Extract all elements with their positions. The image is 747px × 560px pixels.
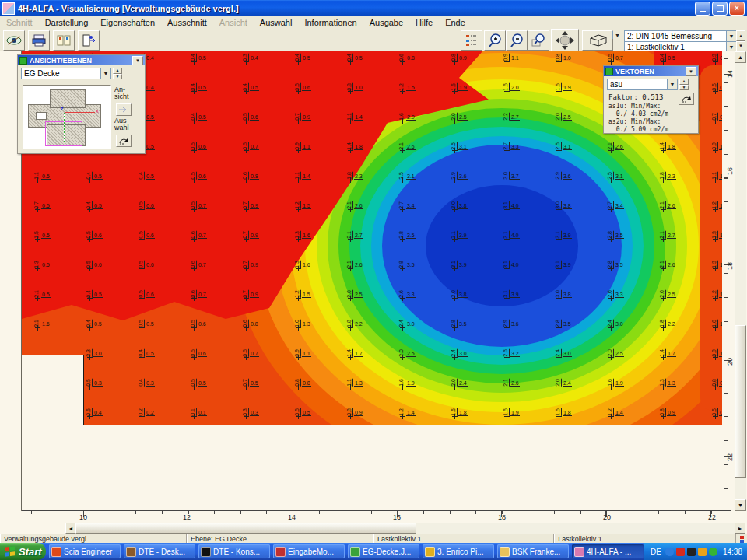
vektoren-panel: VEKTOREN ▼ asu ▼ ▲ ▼ Faktor: 0.513 as1u:…	[603, 65, 699, 134]
node-label: 0.80.9	[659, 408, 676, 416]
menu-item-darstellung[interactable]: Darstellung	[39, 18, 95, 27]
taskbar: Start Scia EngineerDTE - Desk...DTE - Ko…	[0, 543, 747, 560]
taskbar-task-eg-decke-j-[interactable]: EG-Decke.J...	[348, 544, 419, 558]
node-label: 3.13.9	[451, 231, 468, 239]
close-button[interactable]: ×	[729, 2, 745, 16]
menu-item-hilfe[interactable]: Hilfe	[409, 18, 439, 27]
visibility-tree-icon[interactable]	[461, 30, 482, 51]
plan-opening	[36, 112, 47, 120]
node-label: 2.02.5	[451, 113, 468, 121]
language-indicator[interactable]: DE	[651, 548, 661, 556]
zoom-window-icon[interactable]	[528, 30, 549, 51]
vertical-scrollbar[interactable]: ▲ ▼	[735, 51, 746, 511]
node-label: 0.81.0	[346, 83, 363, 91]
vector-combobox[interactable]: asu ▼	[607, 79, 678, 90]
taskbar-task-eingabemo-[interactable]: EingabeMo...	[273, 544, 345, 558]
node-label: 2.12.7	[659, 231, 676, 239]
node-label: 0.40.5	[190, 54, 207, 61]
chevron-down-icon[interactable]: ▼	[100, 68, 110, 79]
node-label: 0.50.5	[190, 379, 207, 387]
zoom-in-icon[interactable]	[484, 30, 506, 51]
node-label: 1.51.9	[451, 83, 468, 91]
view-eye-icon[interactable]	[3, 30, 25, 51]
scroll-left-icon[interactable]: ◄	[65, 523, 76, 534]
spin-down-icon[interactable]: ▼	[113, 74, 122, 80]
node-label: 0.91.1	[294, 349, 311, 357]
printer-icon[interactable]	[28, 30, 50, 51]
ansicht-panel-titlebar[interactable]: ANSICHT/EBENEN ▼	[18, 55, 145, 65]
node-label: 0.50.4	[86, 408, 103, 416]
node-label: 0.40.5	[346, 54, 363, 61]
taskbar-task-3-enrico-pi-[interactable]: 3. Enrico Pi...	[423, 544, 494, 558]
media-red-icon[interactable]	[676, 548, 685, 556]
menu-item-ausschnitt[interactable]: Ausschnitt	[161, 18, 213, 27]
horizontal-scrollbar[interactable]: ◄ ►	[65, 523, 745, 534]
restore-button[interactable]	[712, 2, 728, 16]
zoom-out-icon[interactable]	[506, 30, 528, 51]
vector-spinner[interactable]: ▲ ▼	[679, 79, 689, 90]
node-label: 0.30.4	[242, 54, 259, 61]
pages-book-icon[interactable]	[53, 30, 75, 51]
spin-up-icon[interactable]: ▲	[113, 68, 122, 74]
minimize-button[interactable]	[695, 2, 710, 16]
level-spinner[interactable]: ▲ ▼	[113, 68, 122, 79]
node-label: 1.82.2	[659, 320, 676, 327]
vertical-scroll-thumb[interactable]	[735, 325, 746, 478]
scroll-down-icon[interactable]: ▼	[735, 499, 746, 511]
taskbar-task-scia-engineer[interactable]: Scia Engineer	[49, 544, 121, 558]
task-label: DTE - Desk...	[139, 548, 185, 556]
menu-item-eigenschaften[interactable]: Eigenschaften	[94, 18, 161, 27]
refresh-button[interactable]	[679, 93, 694, 105]
view-3d-icon[interactable]	[582, 30, 613, 51]
node-label: 0.70.5	[33, 201, 51, 209]
auswahl-button[interactable]	[116, 135, 132, 147]
chevron-down-icon[interactable]: ▼	[726, 31, 736, 41]
spin-down-icon[interactable]: ▼	[736, 41, 745, 52]
level-combobox[interactable]: EG Decke ▼	[21, 68, 111, 79]
axis-x-line	[65, 112, 95, 113]
horizontal-scroll-thumb[interactable]	[75, 523, 416, 534]
shield-green-icon[interactable]	[709, 548, 717, 556]
y-axis-ruler	[724, 51, 731, 511]
slab-notch-edge-h	[22, 355, 83, 355]
start-label: Start	[19, 546, 42, 558]
start-button[interactable]: Start	[0, 543, 46, 560]
title-bar[interactable]: 4H-ALFA - Visualisierung [Verwaltungsgeb…	[0, 0, 747, 16]
taskbar-task-4h-alfa-[interactable]: 4H-ALFA - ...	[572, 544, 644, 558]
menu-item-ende[interactable]: Ende	[439, 18, 472, 27]
taskbar-task-dte-desk-[interactable]: DTE - Desk...	[124, 544, 195, 558]
vektoren-panel-titlebar[interactable]: VEKTOREN ▼	[604, 66, 698, 76]
panel-collapse-icon[interactable]: ▼	[132, 56, 143, 65]
view-3d-dropdown-icon[interactable]: ▼	[612, 31, 622, 39]
node-label: 0.50.6	[190, 320, 207, 327]
y-axis-tick-label: 18	[726, 262, 734, 270]
spin-up-icon[interactable]: ▲	[679, 79, 689, 85]
spin-down-icon[interactable]: ▼	[679, 85, 689, 91]
node-label: 1.31.6	[294, 261, 311, 268]
loadcase-spinner[interactable]: ▲ ▼	[736, 30, 745, 51]
node-label: 0.30.4	[711, 54, 722, 61]
menu-item-informationen[interactable]: Informationen	[298, 18, 363, 27]
scroll-right-icon[interactable]: ►	[735, 523, 745, 534]
back-circle-icon[interactable]	[665, 548, 674, 556]
taskbar-task-dte-kons-[interactable]: DTE - Kons...	[198, 544, 270, 558]
chevron-down-icon[interactable]: ▼	[667, 79, 677, 89]
design-code-combobox[interactable]: 2: DIN 1045 Bemessung ▼	[624, 30, 737, 42]
node-label: 2.83.5	[555, 320, 572, 327]
taskbar-task-bsk-franke-[interactable]: BSK Franke...	[497, 544, 569, 558]
node-label: 0.50.6	[86, 231, 103, 239]
panel-collapse-icon[interactable]: ▼	[686, 67, 696, 76]
plan-minimap[interactable]: z x	[23, 85, 111, 149]
exit-door-icon[interactable]	[78, 30, 100, 51]
panda-app-icon[interactable]	[687, 548, 696, 556]
pencil-icon[interactable]	[698, 548, 707, 556]
spin-up-icon[interactable]: ▲	[736, 30, 745, 41]
x-axis-ruler	[22, 510, 731, 518]
y-axis-tick-label: 14	[726, 70, 734, 78]
x-axis-tick-label: 10	[79, 513, 87, 521]
ansicht-apply-button[interactable]	[116, 103, 132, 116]
pan-cross-icon[interactable]	[551, 29, 579, 52]
scroll-up-icon[interactable]: ▲	[735, 51, 746, 63]
menu-item-ausgabe[interactable]: Ausgabe	[363, 18, 409, 27]
menu-item-auswahl[interactable]: Auswahl	[254, 18, 299, 27]
